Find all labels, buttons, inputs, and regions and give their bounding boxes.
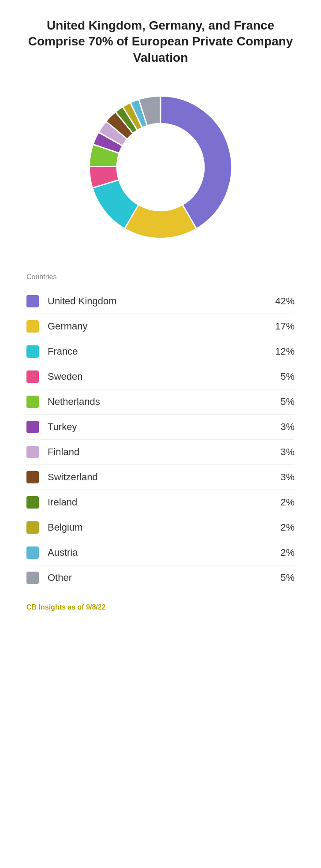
legend-value: 5% [280,572,295,584]
legend-item: Germany17% [26,314,295,339]
donut-chart [77,83,244,251]
legend-label: Turkey [48,421,280,433]
legend-item: Other5% [26,565,295,590]
legend-swatch [26,320,39,333]
legend-header: Countries [26,273,295,281]
legend-swatch [26,496,39,509]
legend-value: 42% [275,296,295,307]
page-title: United Kingdom, Germany, and France Comp… [26,18,295,66]
legend-label: Other [48,572,280,584]
chart-wrapper [26,83,295,251]
legend-value: 12% [275,346,295,357]
legend-value: 3% [280,446,295,458]
legend-label: Sweden [48,371,280,382]
legend-label: Germany [48,321,275,332]
footer-text: CB Insights as of 9/8/22 [26,603,295,611]
legend-item: Ireland2% [26,490,295,515]
legend-value: 2% [280,497,295,508]
legend-swatch [26,295,39,307]
legend-label: Netherlands [48,396,280,408]
legend-item: France12% [26,339,295,364]
legend-value: 17% [275,321,295,332]
legend-swatch [26,546,39,559]
legend-swatch [26,572,39,584]
legend-label: United Kingdom [48,296,275,307]
legend-swatch [26,446,39,458]
legend-swatch [26,370,39,383]
legend-value: 2% [280,547,295,558]
page-container: United Kingdom, Germany, and France Comp… [0,0,321,629]
legend-label: Ireland [48,497,280,508]
legend-item: Belgium2% [26,515,295,540]
legend-value: 5% [280,396,295,408]
legend-section: Countries United Kingdom42%Germany17%Fra… [26,273,295,590]
legend-label: Austria [48,547,280,558]
legend-list: United Kingdom42%Germany17%France12%Swed… [26,289,295,590]
legend-swatch [26,471,39,483]
legend-item: Switzerland3% [26,465,295,490]
legend-swatch [26,521,39,534]
legend-swatch [26,421,39,433]
legend-label: Finland [48,446,280,458]
legend-label: France [48,346,275,357]
legend-item: Finland3% [26,440,295,465]
legend-item: Turkey3% [26,415,295,440]
legend-label: Switzerland [48,471,280,483]
legend-item: Austria2% [26,540,295,565]
legend-value: 2% [280,522,295,533]
legend-swatch [26,345,39,358]
legend-label: Belgium [48,522,280,533]
donut-segment [160,96,232,229]
legend-value: 3% [280,471,295,483]
legend-swatch [26,396,39,408]
legend-value: 5% [280,371,295,382]
legend-item: United Kingdom42% [26,289,295,314]
legend-item: Netherlands5% [26,389,295,415]
legend-value: 3% [280,421,295,433]
legend-item: Sweden5% [26,364,295,389]
